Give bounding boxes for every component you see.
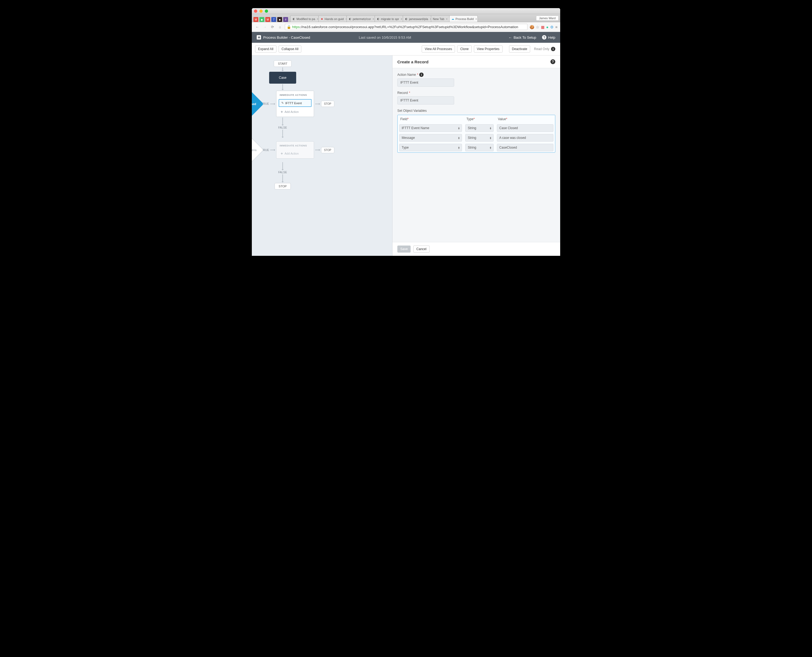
back-button[interactable]: ← — [255, 24, 260, 30]
col-value: Value* — [495, 115, 555, 123]
github-icon: ◐ — [292, 17, 295, 20]
type-select[interactable]: String▴▾ — [465, 124, 494, 132]
type-select[interactable]: String▴▾ — [465, 144, 494, 151]
pinned-cal-icon[interactable]: 7 — [271, 17, 276, 22]
pinned-feedly-icon[interactable]: ◆ — [259, 17, 264, 22]
type-select[interactable]: String▴▾ — [465, 134, 494, 142]
bookmark-icon[interactable]: ☆ — [536, 25, 539, 29]
tab-label: New Tab — [433, 17, 444, 20]
traffic-lights — [254, 9, 268, 13]
arrow-icon — [283, 67, 283, 71]
url-path: /processui/processui.app?retURL=%2Fui%2F… — [335, 25, 518, 29]
last-saved: Last saved on 10/6/2015 9:53 AM — [359, 36, 411, 39]
browser-tab[interactable]: ■Hands on guid× — [318, 16, 347, 22]
info-icon[interactable]: i — [419, 73, 424, 77]
expand-all-button[interactable]: Expand All — [255, 45, 276, 53]
close-tab-icon[interactable]: × — [446, 17, 448, 20]
chevron-updown-icon: ▴▾ — [490, 127, 491, 129]
close-tab-icon[interactable]: × — [373, 17, 374, 20]
pinned-gmail-icon[interactable]: M — [253, 17, 258, 22]
arrow-icon — [283, 117, 283, 126]
object-node[interactable]: Case — [269, 72, 296, 84]
close-tab-icon[interactable]: × — [401, 17, 402, 20]
help-link[interactable]: ?Help — [542, 35, 555, 39]
chevron-updown-icon: ▴▾ — [490, 137, 491, 139]
close-tab-icon[interactable]: × — [475, 17, 477, 20]
clone-button[interactable]: Clone — [457, 45, 472, 53]
arrow-icon — [270, 104, 275, 104]
pinned-tabs: M ◆ M 7 ■ # — [253, 17, 290, 22]
browser-tab[interactable]: ◐Modified to pa× — [290, 16, 318, 22]
pencil-icon: ✎ — [281, 101, 284, 105]
url-scheme: https — [292, 25, 300, 29]
url-input[interactable]: 🔒 https://na16.salesforce.com/processui/… — [285, 24, 528, 30]
ext3-icon[interactable]: ⚙ — [550, 25, 554, 29]
immediate-actions-box-empty: IMMEDIATE ACTIONS +Add Action — [276, 141, 314, 159]
pinned-gmail2-icon[interactable]: M — [265, 17, 270, 22]
action-name-input[interactable]: IFTTT Event — [397, 78, 454, 87]
home-button[interactable]: ⌂ — [277, 24, 283, 30]
forward-button[interactable]: → — [262, 24, 267, 30]
plus-icon: + — [281, 151, 283, 156]
cancel-button[interactable]: Cancel — [413, 246, 429, 252]
menu-icon[interactable]: ≡ — [555, 25, 557, 29]
browser-tab[interactable]: ◐migrate to spr× — [375, 16, 403, 22]
save-button[interactable]: Save — [397, 246, 411, 252]
arrow-icon — [270, 150, 275, 150]
pinned-app1-icon[interactable]: ■ — [277, 17, 282, 22]
toolbar: Expand All Collapse All View All Process… — [252, 43, 560, 56]
process-canvas[interactable]: START Case Case Closed TRUE IMMEDIATE AC… — [252, 56, 393, 256]
tab-strip: M ◆ M 7 ■ # ◐Modified to pa×■Hands on gu… — [252, 14, 560, 22]
back-to-setup-link[interactable]: ←Back To Setup — [509, 36, 536, 39]
process-builder-icon: ✚ — [257, 35, 261, 39]
ext2-icon[interactable]: ● — [546, 25, 548, 29]
set-object-variables-label: Set Object Variables — [397, 109, 555, 113]
action-ifttt-event[interactable]: ✎IFTTT Event — [279, 99, 312, 107]
url-bar: ← → ⟳ ⌂ 🔒 https://na16.salesforce.com/pr… — [252, 22, 560, 32]
value-input[interactable]: CaseClosed — [497, 144, 553, 151]
info-icon[interactable]: i — [551, 47, 555, 51]
field-select[interactable]: IFTTT Event Name▴▾ — [399, 124, 462, 132]
browser-tab[interactable]: New Tab× — [431, 16, 450, 22]
chevron-updown-icon: ▴▾ — [490, 146, 491, 149]
collapse-all-button[interactable]: Collapse All — [279, 45, 301, 53]
value-input[interactable]: A case was closed — [497, 134, 553, 142]
browser-tab[interactable]: ☁Process Build× — [449, 16, 478, 22]
github-icon: ◐ — [405, 17, 408, 20]
arrow-icon — [315, 150, 320, 150]
stop-node: STOP — [321, 147, 334, 153]
main-area: START Case Case Closed TRUE IMMEDIATE AC… — [252, 56, 560, 256]
cookie-icon[interactable]: 🍪 — [529, 25, 534, 29]
browser-tab[interactable]: ◐petermetz/cor× — [346, 16, 375, 22]
field-select[interactable]: Type▴▾ — [399, 144, 462, 151]
close-window-icon[interactable] — [254, 9, 257, 13]
chevron-updown-icon: ▴▾ — [458, 127, 460, 129]
tab-label: jamesward/pla — [409, 17, 428, 20]
record-input[interactable]: IFTTT Event — [397, 97, 454, 104]
profile-chip[interactable]: James Ward — [536, 16, 559, 20]
reload-button[interactable]: ⟳ — [270, 24, 275, 30]
panel-header: Create a Record ? — [393, 56, 560, 68]
add-criteria-node[interactable]: +Add Criteria — [252, 134, 264, 167]
action-name-label: Action Name* i — [397, 73, 555, 77]
ext1-icon[interactable]: ▦ — [541, 25, 545, 29]
deactivate-button[interactable]: Deactivate — [509, 45, 530, 53]
url-right-icons: 🍪 ☆ ▦ ● ⚙ ≡ — [529, 25, 557, 29]
object-variables-grid: Field* Type* Value* IFTTT Event Name▴▾St… — [397, 115, 555, 153]
plus-icon: + — [281, 110, 283, 114]
maximize-window-icon[interactable] — [265, 9, 268, 13]
view-all-processes-button[interactable]: View All Processes — [422, 45, 455, 53]
field-select[interactable]: Message▴▾ — [399, 134, 462, 142]
github-icon: ◐ — [348, 17, 352, 20]
browser-tab[interactable]: ◐jamesward/pla× — [403, 16, 431, 22]
pinned-app2-icon[interactable]: # — [283, 17, 288, 22]
site-icon: ■ — [320, 17, 323, 20]
value-input[interactable]: Case Closed — [497, 124, 553, 132]
add-action-button[interactable]: +Add Action — [279, 150, 312, 157]
add-action-button[interactable]: +Add Action — [279, 108, 312, 115]
chevron-updown-icon: ▴▾ — [458, 146, 460, 149]
view-properties-button[interactable]: View Properties — [474, 45, 503, 53]
minimize-window-icon[interactable] — [259, 9, 262, 13]
help-icon[interactable]: ? — [550, 59, 555, 64]
tab-label: Process Build — [455, 17, 474, 20]
